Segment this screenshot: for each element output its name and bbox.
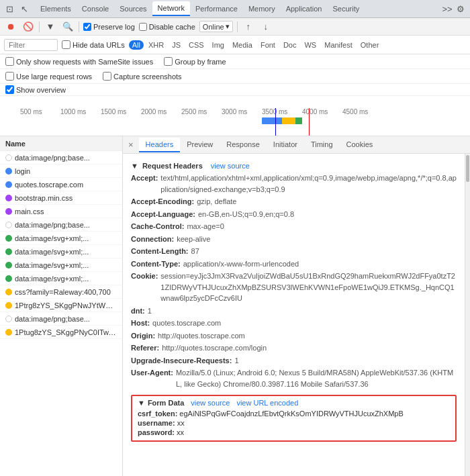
clear-button[interactable]: 🚫 <box>21 20 35 34</box>
tick-500: 500 ms <box>20 108 42 115</box>
header-name: Accept: <box>131 173 158 195</box>
filter-ws[interactable]: WS <box>301 40 320 50</box>
tab-timing[interactable]: Timing <box>304 138 340 152</box>
capture-screenshots-option[interactable]: Capture screenshots <box>103 72 182 81</box>
filter-bar: Hide data URLs All XHR JS CSS Img Media … <box>0 36 470 54</box>
tab-memory[interactable]: Memory <box>243 2 281 15</box>
settings-icon[interactable]: ⚙ <box>454 2 467 15</box>
header-row: Connection: keep-alive <box>131 234 457 245</box>
filter-css[interactable]: CSS <box>185 40 207 50</box>
requests-header: Name <box>0 136 122 151</box>
detail-content: ▼ Request Headers view source Accept: te… <box>123 154 465 476</box>
preserve-log-label[interactable]: Preserve log <box>83 23 135 31</box>
search-icon[interactable]: 🔍 <box>61 20 75 34</box>
form-key: username: <box>138 419 175 427</box>
hide-data-urls-checkbox-area[interactable]: Hide data URLs <box>62 40 125 49</box>
request-name: bootstrap.min.css <box>15 194 117 202</box>
large-rows-checkbox[interactable] <box>5 72 14 81</box>
list-item[interactable]: main.css <box>0 205 122 218</box>
tab-security[interactable]: Security <box>327 2 365 15</box>
samesite-option[interactable]: Only show requests with SameSite issues <box>5 57 153 66</box>
inspect-icon[interactable]: ↖ <box>17 2 31 15</box>
list-item[interactable]: bootstrap.min.css <box>0 191 122 205</box>
samesite-checkbox[interactable] <box>5 57 14 66</box>
close-detail-button[interactable]: × <box>126 140 136 150</box>
list-item[interactable]: data:image/svg+xml;... <box>0 258 122 272</box>
filter-input[interactable] <box>4 39 58 51</box>
preserve-log-checkbox[interactable] <box>83 23 91 31</box>
header-value: 1 <box>234 355 238 367</box>
list-item[interactable]: data:image/svg+xml;... <box>0 272 122 285</box>
list-item[interactable]: quotes.toscrape.com <box>0 178 122 191</box>
form-data-view-source[interactable]: view source <box>191 399 230 407</box>
detail-scrollbar[interactable] <box>465 154 470 476</box>
filter-doc[interactable]: Doc <box>280 40 300 50</box>
tab-performance[interactable]: Performance <box>190 2 243 15</box>
filter-icon[interactable]: ▼ <box>44 20 57 34</box>
filter-types: All XHR JS CSS Img Media Font Doc WS Man… <box>129 40 383 50</box>
chevron-down-icon: ▾ <box>226 22 230 31</box>
download-icon[interactable]: ↓ <box>259 20 273 34</box>
form-data-title: ▼ Form Data view source view URL encoded <box>138 399 450 407</box>
form-value: xx <box>177 428 184 436</box>
disable-cache-label[interactable]: Disable cache <box>139 23 195 31</box>
list-item[interactable]: data:image/png;base... <box>0 218 122 232</box>
filter-manifest[interactable]: Manifest <box>321 40 356 50</box>
tab-sources[interactable]: Sources <box>114 2 152 15</box>
tab-response[interactable]: Response <box>220 138 267 152</box>
tab-elements[interactable]: Elements <box>35 2 77 15</box>
view-source-link[interactable]: view source <box>211 162 250 170</box>
filter-font[interactable]: Font <box>257 40 279 50</box>
group-by-frame-checkbox[interactable] <box>164 57 173 66</box>
tab-preview[interactable]: Preview <box>180 138 220 152</box>
form-data-view-url-encoded[interactable]: view URL encoded <box>236 399 298 407</box>
record-button[interactable]: ⏺ <box>4 20 17 34</box>
list-item[interactable]: data:image/png;base... <box>0 312 122 326</box>
tab-headers[interactable]: Headers <box>139 138 181 152</box>
more-tabs-icon[interactable]: >> <box>440 2 454 15</box>
main-area: Name data:image/png;base... login quotes… <box>0 136 470 476</box>
capture-screenshots-checkbox[interactable] <box>103 72 111 81</box>
list-item[interactable]: 1Ptrg8zYS_SKggPNwJYtWqZP... <box>0 299 122 312</box>
show-overview-checkbox[interactable] <box>5 85 14 94</box>
list-item[interactable]: data:image/svg+xml;... <box>0 245 122 258</box>
group-by-frame-option[interactable]: Group by frame <box>164 57 226 66</box>
divider-2 <box>79 21 79 32</box>
large-rows-option[interactable]: Use large request rows <box>5 72 92 81</box>
list-item[interactable]: data:image/svg+xml;... <box>0 232 122 245</box>
filter-xhr[interactable]: XHR <box>145 40 167 50</box>
samesite-label: Only show requests with SameSite issues <box>16 58 153 66</box>
form-data-title-text: Form Data <box>148 399 184 407</box>
tab-network[interactable]: Network <box>152 1 190 16</box>
list-item[interactable]: login <box>0 164 122 178</box>
filter-img[interactable]: Img <box>209 40 228 50</box>
header-name: Content-Length: <box>131 246 189 257</box>
large-rows-label: Use large request rows <box>16 73 92 81</box>
filter-all[interactable]: All <box>129 40 144 50</box>
tab-application[interactable]: Application <box>281 2 328 15</box>
request-type-icon <box>5 208 12 215</box>
show-overview-label: Show overview <box>16 86 66 94</box>
filter-other[interactable]: Other <box>357 40 383 50</box>
list-item[interactable]: data:image/png;base... <box>0 151 122 164</box>
disable-cache-checkbox[interactable] <box>139 23 147 31</box>
request-name: main.css <box>15 207 117 216</box>
group-by-frame-label: Group by frame <box>175 58 226 66</box>
list-item[interactable]: css?family=Raleway:400,700 <box>0 285 122 299</box>
throttle-select[interactable]: Online ▾ <box>199 21 233 32</box>
tick-2000: 2000 ms <box>141 108 167 115</box>
tab-initiator[interactable]: Initiator <box>267 138 304 152</box>
upload-icon[interactable]: ↑ <box>242 20 255 34</box>
header-row: Accept-Encoding: gzip, deflate <box>131 196 457 207</box>
tab-console[interactable]: Console <box>77 2 114 15</box>
filter-media[interactable]: Media <box>229 40 256 50</box>
request-name: data:image/png;base... <box>15 221 117 229</box>
list-item[interactable]: 1Ptug8zYS_SKggPNyC0ITw.wo... <box>0 326 122 339</box>
tab-cookies[interactable]: Cookies <box>340 138 380 152</box>
show-overview-option[interactable]: Show overview <box>5 85 66 94</box>
filter-js[interactable]: JS <box>169 40 184 50</box>
hide-data-urls-checkbox[interactable] <box>62 40 70 49</box>
header-value: max-age=0 <box>187 221 224 232</box>
dock-icon[interactable]: ⊡ <box>3 2 16 15</box>
devtools-tab-bar: ⊡ ↖ Elements Console Sources Network Per… <box>0 0 470 18</box>
